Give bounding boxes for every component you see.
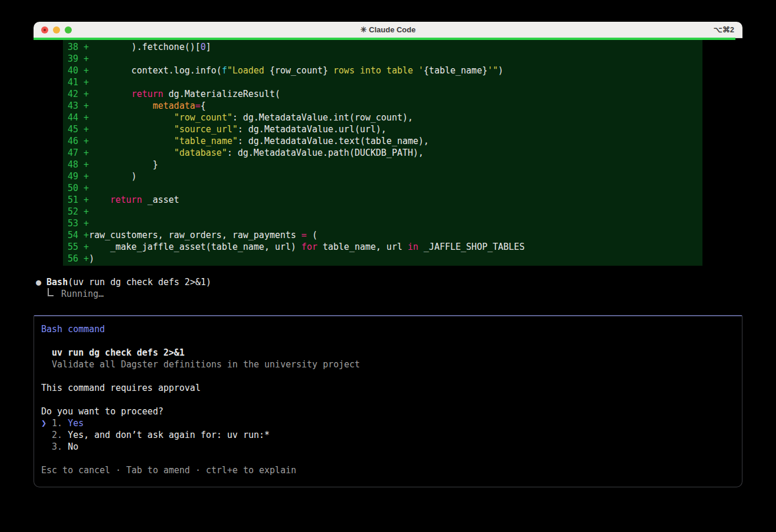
text-segment: "table_name" — [174, 136, 238, 146]
text-segment: : dg.MetadataValue.path(DUCKDB_PATH), — [227, 148, 424, 158]
diff-line: 45 + "source_url": dg.MetadataValue.url(… — [68, 123, 702, 135]
diff-line: 56 +) — [68, 253, 702, 265]
text-segment: Esc to cancel · Tab to amend · ctrl+e to… — [41, 465, 296, 476]
diff-line: 51 + return _asset — [68, 194, 702, 206]
text-segment: : dg.MetadataValue.text(table_name), — [238, 136, 429, 146]
diff-line: 44 + "row_count": dg.MetadataValue.int(r… — [68, 112, 702, 123]
text-segment: Bash command — [41, 324, 105, 334]
text-segment: 40 + — [68, 65, 89, 76]
text-segment: {table_name} — [424, 65, 487, 76]
diff-line: 50 + — [68, 182, 702, 194]
text-segment — [89, 89, 131, 99]
bash-approval-dialog: Bash command uv run dg check defs 2>&1 V… — [34, 315, 742, 487]
desktop-background: { "window": { "title": "✳ Claude Code", … — [0, 0, 776, 532]
diff-line: 41 + — [68, 76, 702, 88]
text-segment: 52 + — [68, 206, 89, 217]
text-segment: ) — [89, 253, 94, 264]
text-segment: (uv run dg check defs 2>&1) — [68, 277, 211, 287]
text-segment: 0 — [201, 42, 206, 52]
text-segment: for — [301, 242, 317, 252]
text-segment: "database" — [174, 148, 227, 158]
dialog-line — [41, 394, 742, 406]
text-segment: 42 + — [68, 89, 89, 99]
text-segment — [89, 148, 174, 158]
text-segment: 48 + — [68, 159, 89, 170]
text-segment: 38 + — [68, 42, 89, 52]
dialog-command: uv run dg check defs 2>&1 — [41, 347, 742, 359]
dialog-line — [41, 370, 742, 382]
tool-status-running: Running… — [36, 288, 211, 300]
text-segment: 47 + — [68, 148, 89, 158]
text-segment: "row_count" — [174, 112, 232, 123]
terminal-content: 38 + ).fetchone()[0]39 +40 + context.log… — [34, 38, 742, 488]
text-segment: _asset — [142, 195, 179, 205]
minimize-button[interactable] — [53, 26, 60, 34]
text-segment: ❯ — [41, 418, 52, 429]
text-segment: ) — [498, 65, 504, 76]
text-segment: uv run dg check defs 2>&1 — [41, 347, 185, 358]
text-segment: ( — [307, 230, 317, 240]
text-segment: } — [89, 159, 158, 170]
text-segment: 50 + — [68, 183, 89, 193]
text-segment: rows into table — [328, 65, 419, 76]
option-3-no[interactable]: 3. No — [41, 441, 742, 453]
diff-line: 55 + _make_jaffle_asset(table_name, url)… — [68, 241, 702, 253]
proceed-question: Do you want to proceed? — [41, 406, 742, 417]
text-segment — [89, 112, 174, 123]
text-segment: Validate all Dagster definitions in the … — [41, 359, 360, 370]
text-segment: '" — [487, 65, 498, 76]
text-segment: {row_count} — [269, 65, 328, 76]
text-segment: ] — [206, 42, 211, 52]
diff-line: 40 + context.log.info(f"Loaded {row_coun… — [68, 65, 702, 76]
dialog-line — [41, 453, 742, 464]
text-segment: return — [131, 89, 163, 99]
text-segment: ' — [418, 65, 424, 76]
text-segment: = — [195, 101, 201, 111]
code-diff-block: 38 + ).fetchone()[0]39 +40 + context.log… — [63, 40, 702, 266]
window-shortcut: ⌥⌘2 — [714, 25, 734, 34]
text-segment: Bash — [46, 277, 68, 287]
text-segment: 54 + — [68, 230, 89, 240]
dialog-title: Bash command — [41, 323, 742, 335]
approval-notice: This command requires approval — [41, 382, 742, 394]
diff-line: 52 + — [68, 206, 702, 218]
text-segment: 3. — [41, 441, 68, 452]
diff-line: 42 + return dg.MaterializeResult( — [68, 88, 702, 100]
diff-line: 53 + — [68, 218, 702, 229]
text-segment — [36, 289, 46, 299]
diff-line: 43 + metadata={ — [68, 100, 702, 112]
text-segment: ).fetchone()[ — [89, 42, 201, 52]
elbow-connector-icon — [48, 288, 54, 296]
diff-line: 47 + "database": dg.MetadataValue.path(D… — [68, 147, 702, 159]
zoom-button[interactable] — [65, 26, 72, 34]
text-segment: _JAFFLE_SHOP_TABLES — [418, 242, 525, 252]
text-segment: 53 + — [68, 218, 89, 229]
option-1-yes[interactable]: ❯ 1. Yes — [41, 417, 742, 429]
titlebar[interactable]: ✳ Claude Code ⌥⌘2 — [34, 22, 742, 38]
text-segment — [89, 124, 174, 135]
claude-code-window: ✳ Claude Code ⌥⌘2 38 + ).fetchone()[0]39… — [34, 22, 742, 488]
text-segment: 51 + — [68, 195, 89, 205]
text-segment: 44 + — [68, 112, 89, 123]
close-button[interactable] — [41, 26, 48, 34]
text-segment: in — [408, 242, 418, 252]
text-segment: : dg.MetadataValue.url(url), — [238, 124, 387, 135]
diff-line: 38 + ).fetchone()[0] — [68, 41, 702, 53]
diff-line: 39 + — [68, 53, 702, 65]
text-segment — [89, 101, 152, 111]
text-segment: "Loaded — [227, 65, 269, 76]
text-segment: _make_jaffle_asset(table_name, url) — [89, 242, 301, 252]
text-segment: This command requires approval — [41, 383, 201, 393]
dialog-command-description: Validate all Dagster definitions in the … — [41, 359, 742, 370]
text-segment: return — [110, 195, 142, 205]
window-controls — [41, 26, 72, 34]
text-segment: Yes — [68, 418, 84, 429]
text-segment: 1. — [52, 418, 68, 429]
diff-line: 49 + ) — [68, 170, 702, 182]
option-2-yes-dont-ask-again[interactable]: 2. Yes, and don’t ask again for: uv run:… — [41, 429, 742, 441]
text-segment: No — [68, 441, 78, 452]
text-segment: { — [201, 101, 206, 111]
text-segment: 41 + — [68, 77, 89, 88]
text-segment — [89, 136, 174, 146]
text-segment: table_name, url — [317, 242, 408, 252]
